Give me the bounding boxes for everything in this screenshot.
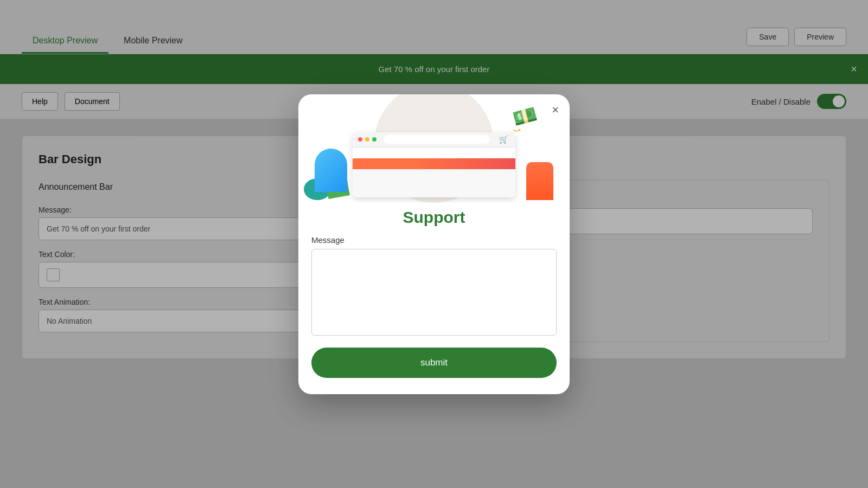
support-modal: × 🛒 [298, 94, 570, 394]
deco-shape-orange [526, 162, 553, 200]
browser-url-bar [384, 135, 490, 144]
deco-shape-blue [315, 149, 347, 192]
modal-title: Support [298, 208, 570, 227]
modal-body: Message [298, 235, 570, 338]
browser-dot-yellow [365, 137, 369, 142]
browser-cart-icon: 🛒 [497, 133, 510, 146]
modal-message-textarea[interactable] [311, 249, 557, 336]
modal-message-label: Message [311, 235, 557, 245]
browser-top-bar: 🛒 [353, 132, 515, 147]
modal-illustration: 🛒 💵 ⤻ [298, 94, 570, 203]
browser-dot-red [358, 137, 362, 142]
modal-close-button[interactable]: × [552, 103, 559, 117]
modal-submit-button[interactable]: submit [311, 348, 557, 378]
modal-overlay[interactable]: × 🛒 [0, 0, 868, 488]
browser-mockup: 🛒 [353, 132, 515, 197]
arrow-dashes: ⤻ [513, 124, 521, 136]
browser-body [353, 158, 515, 197]
browser-dot-green [372, 137, 376, 142]
